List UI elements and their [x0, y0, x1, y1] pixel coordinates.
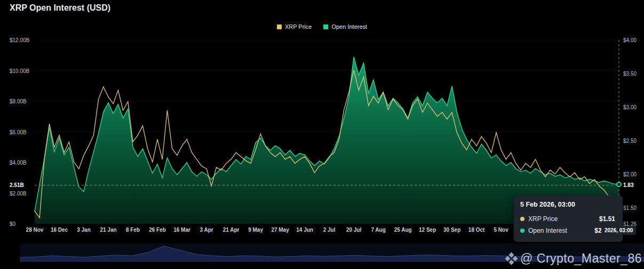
chart-page: XRP Open Interest (USD) XRP Price Open I… [0, 0, 644, 269]
legend-item-xrp-price[interactable]: XRP Price [277, 23, 312, 30]
open-interest-dot-icon [520, 229, 524, 233]
watermark: @ Crypto_Master_86 [507, 251, 642, 266]
legend-label: Open Interest [331, 23, 367, 30]
tooltip-label: Open Interest [528, 227, 591, 234]
tooltip-date: 5 Feb 2026, 03:00 [520, 201, 615, 208]
open-interest-marker [617, 182, 621, 186]
page-title: XRP Open Interest (USD) [10, 3, 110, 13]
xrp-price-swatch-icon [277, 25, 282, 29]
open-interest-swatch-icon [323, 25, 328, 29]
watermark-handle: @ Crypto_Master_86 [520, 251, 642, 266]
legend: XRP Price Open Interest [0, 23, 644, 30]
tooltip-value: $1.51 [599, 215, 615, 223]
diamond-icon [505, 252, 518, 265]
crosshair-date-badge: 2026, 03:00 [601, 226, 636, 235]
crosshair-right-value: 1.83 [623, 182, 633, 189]
legend-label: XRP Price [285, 23, 312, 30]
tooltip-label: XRP Price [528, 215, 595, 223]
legend-item-open-interest[interactable]: Open Interest [323, 23, 367, 30]
tooltip-row-xrp-price: XRP Price $1.51 [520, 213, 615, 225]
xrp-price-dot-icon [520, 217, 524, 221]
crosshair-left-value: 2.51B [10, 182, 24, 189]
